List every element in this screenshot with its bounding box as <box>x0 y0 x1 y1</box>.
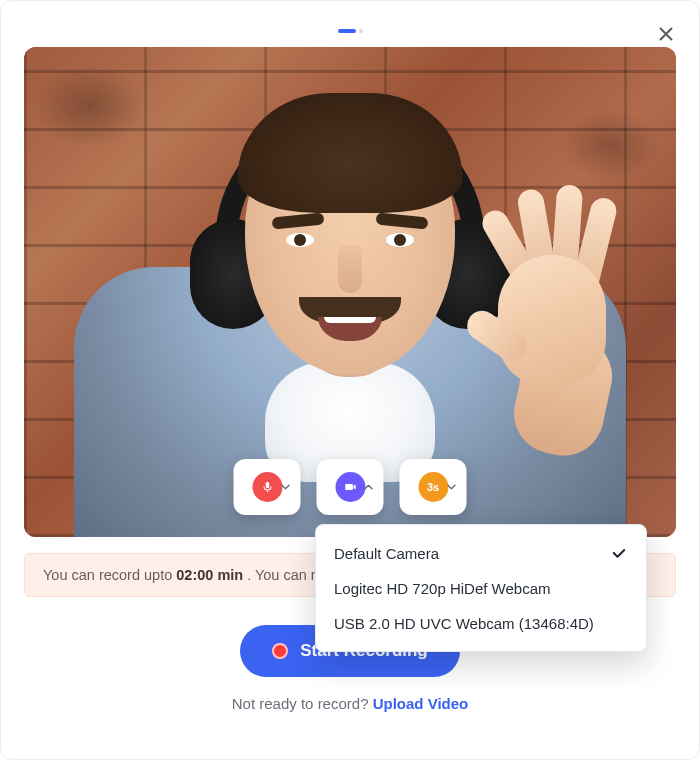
camera-option[interactable]: Logitec HD 720p HiDef Webcam <box>316 571 646 606</box>
check-icon <box>610 544 628 562</box>
timer-icon: 3s <box>418 472 448 502</box>
mic-icon <box>252 472 282 502</box>
record-icon <box>272 643 288 659</box>
chevron-down-icon[interactable] <box>445 480 459 494</box>
record-limit-value: 02:00 min <box>176 567 243 583</box>
upload-video-link[interactable]: Upload Video <box>373 695 469 712</box>
pager-step-2[interactable] <box>359 29 363 33</box>
recorder-modal: 3s You can record upto 02:00 min . You c… <box>0 0 700 760</box>
camera-option-label: USB 2.0 HD UVC Webcam (13468:4D) <box>334 615 594 632</box>
chevron-down-icon[interactable] <box>279 480 293 494</box>
close-button[interactable] <box>655 23 677 45</box>
preview-controls: 3s <box>234 459 467 515</box>
pager-step-1[interactable] <box>338 29 356 33</box>
camera-select-menu: Default Camera Logitec HD 720p HiDef Web… <box>315 524 647 652</box>
video-preview: 3s <box>24 47 676 537</box>
chevron-up-icon[interactable] <box>362 480 376 494</box>
footer-prompt: Not ready to record? Upload Video <box>232 695 468 712</box>
close-icon <box>655 23 677 45</box>
mic-toggle[interactable] <box>234 459 301 515</box>
wizard-pager <box>338 29 363 33</box>
camera-option[interactable]: USB 2.0 HD UVC Webcam (13468:4D) <box>316 606 646 641</box>
camera-option[interactable]: Default Camera <box>316 535 646 571</box>
camera-option-label: Logitec HD 720p HiDef Webcam <box>334 580 551 597</box>
record-limit-prefix: You can record upto <box>43 567 172 583</box>
camera-toggle[interactable] <box>317 459 384 515</box>
countdown-toggle[interactable]: 3s <box>400 459 467 515</box>
camera-option-label: Default Camera <box>334 545 439 562</box>
camera-icon <box>335 472 365 502</box>
